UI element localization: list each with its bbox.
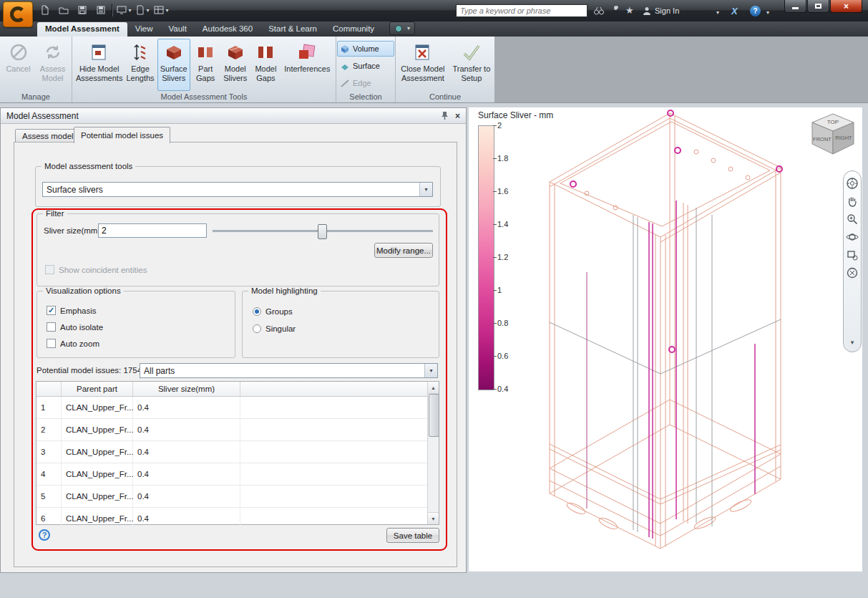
tab-model-assessment[interactable]: Model Assessment [37, 22, 127, 37]
settings-button[interactable] [610, 3, 621, 19]
assessment-tool-select[interactable]: Surface slivers ▾ [42, 182, 433, 197]
scroll-down-icon[interactable]: ▼ [428, 512, 439, 524]
modify-range-button[interactable]: Modify range... [374, 243, 433, 258]
viewcube-right-label: RIGHT [835, 135, 852, 141]
show-coincident-checkbox[interactable] [45, 265, 54, 274]
workspace-switcher-button[interactable]: ▾ [389, 21, 415, 35]
emphasis-checkbox[interactable] [47, 306, 56, 315]
sign-in-button[interactable]: Sign In [642, 3, 679, 19]
model-gaps-button[interactable]: Model Gaps [252, 39, 280, 91]
chevron-down-icon[interactable]: ▾ [846, 336, 859, 349]
sign-in-dropdown[interactable]: ▾ [716, 4, 719, 20]
open-file-button[interactable] [56, 2, 72, 18]
selection-edge-button[interactable]: Edge [337, 75, 394, 91]
model-assessment-panel: Model Assessment × Assess model Potentia… [0, 107, 467, 573]
interferences-button[interactable]: Interferences [282, 39, 333, 91]
edge-lengths-button[interactable]: Edge Lengths [125, 39, 155, 91]
minimize-button[interactable] [784, 0, 806, 13]
hide-model-assessments-button[interactable]: Hide Model Assessments [75, 39, 123, 91]
help-button[interactable]: ? [750, 3, 761, 19]
table-row[interactable]: 6 CLAN_Upper_Fr... 0.4 [36, 508, 439, 529]
interferences-icon [297, 42, 317, 63]
tab-potential-model-issues[interactable]: Potential model issues [74, 127, 170, 143]
cell-sliver-size: 0.4 [133, 441, 240, 463]
surface-slivers-button[interactable]: Surface Slivers [157, 39, 190, 91]
orbit-icon[interactable] [846, 231, 859, 243]
save-as-button[interactable] [93, 2, 109, 18]
pan-icon[interactable] [846, 195, 859, 208]
document-dropdown-button[interactable]: ▾ [135, 2, 150, 18]
auto-isolate-row: Auto isolate [47, 322, 103, 332]
pin-icon[interactable] [440, 111, 449, 120]
save-button-qat[interactable] [74, 2, 90, 18]
show-coincident-label: Show coincident entities [59, 266, 147, 274]
tab-view[interactable]: View [127, 22, 161, 37]
assess-model-button[interactable]: Assess Model [36, 39, 69, 91]
tab-community[interactable]: Community [325, 22, 382, 37]
group-label-tools: Model Assessment Tools [72, 92, 336, 102]
scrollbar-thumb[interactable] [429, 394, 439, 437]
panel-help-icon[interactable]: ? [39, 529, 50, 541]
model-slivers-button[interactable]: Model Slivers [221, 39, 250, 91]
chevron-down-icon: ▾ [407, 25, 410, 32]
singular-radio[interactable] [253, 324, 261, 333]
selection-surface-button[interactable]: Surface [337, 58, 394, 74]
close-model-assessment-button[interactable]: Close Model Assessment [399, 39, 447, 91]
selection-volume-button[interactable]: Volume [337, 41, 394, 57]
cell-parent-part: CLAN_Upper_Fr... [62, 486, 133, 507]
zoom-window-icon[interactable] [846, 249, 859, 261]
application-menu-button[interactable] [3, 1, 33, 27]
maximize-icon [815, 4, 821, 9]
table-dropdown-button[interactable]: ▾ [153, 2, 169, 18]
scroll-up-icon[interactable]: ▲ [428, 382, 439, 394]
auto-isolate-checkbox[interactable] [47, 322, 56, 332]
close-button[interactable]: × [830, 0, 862, 13]
sliver-size-slider-thumb[interactable] [318, 224, 327, 239]
tab-start-learn[interactable]: Start & Learn [260, 22, 325, 37]
parts-filter-select[interactable]: All parts ▾ [140, 363, 438, 378]
row-number: 3 [36, 441, 62, 463]
save-table-button[interactable]: Save table [386, 528, 439, 543]
groups-radio[interactable] [253, 307, 261, 316]
workspace-dropdown-button[interactable]: ▾ [116, 2, 132, 18]
table-row[interactable]: 5 CLAN_Upper_Fr... 0.4 [36, 486, 439, 508]
row-number: 5 [36, 486, 62, 507]
maximize-button[interactable] [807, 0, 829, 13]
table-row[interactable]: 1 CLAN_Upper_Fr... 0.4 [36, 397, 439, 419]
model-gaps-label: Model Gaps [253, 64, 279, 82]
search-button[interactable] [593, 3, 605, 19]
viewport-3d[interactable]: Surface Sliver - mm 2 1.8 1.6 1.4 1.2 1 … [469, 107, 862, 572]
tab-vault[interactable]: Vault [160, 22, 194, 37]
table-header: Parent part Sliver size(mm) [36, 382, 439, 397]
model-slivers-label: Model Slivers [222, 64, 250, 82]
table-row[interactable]: 3 CLAN_Upper_Fr... 0.4 [36, 441, 439, 463]
favorites-button[interactable]: ★ [625, 2, 634, 18]
emphasis-label: Emphasis [60, 307, 97, 315]
binoculars-icon [593, 5, 605, 16]
surface-slivers-icon [165, 42, 183, 63]
panel-close-icon[interactable]: × [455, 111, 460, 121]
table-scrollbar[interactable]: ▲ ▼ [427, 382, 439, 524]
exchange-apps-button[interactable]: X [731, 3, 738, 19]
tab-autodesk-360[interactable]: Autodesk 360 [195, 22, 260, 37]
cancel-navigation-icon[interactable] [846, 266, 859, 279]
search-input[interactable] [456, 4, 587, 17]
transfer-to-setup-button[interactable]: Transfer to Setup [452, 39, 492, 91]
full-navigation-wheel-icon[interactable] [846, 177, 859, 190]
zoom-icon[interactable] [846, 213, 859, 226]
cancel-button[interactable]: Cancel [3, 39, 34, 91]
new-file-button[interactable] [37, 2, 53, 18]
cancel-icon [9, 42, 28, 63]
part-gaps-button[interactable]: Part Gaps [192, 39, 219, 91]
sliver-size-input[interactable] [98, 223, 207, 238]
help-dropdown[interactable]: ▾ [766, 4, 769, 20]
help-icon: ? [750, 6, 761, 16]
table-row[interactable]: 4 CLAN_Upper_Fr... 0.4 [36, 463, 439, 486]
tab-assess-model[interactable]: Assess model [15, 129, 81, 143]
exchange-x-icon: X [731, 6, 738, 16]
auto-zoom-checkbox[interactable] [47, 339, 56, 348]
view-cube[interactable]: TOP FRONT RIGHT [805, 110, 861, 161]
model-wireframe[interactable] [469, 107, 862, 572]
table-row[interactable]: 2 CLAN_Upper_Fr... 0.4 [36, 419, 439, 441]
visualization-options-label: Visualization options [43, 286, 124, 295]
